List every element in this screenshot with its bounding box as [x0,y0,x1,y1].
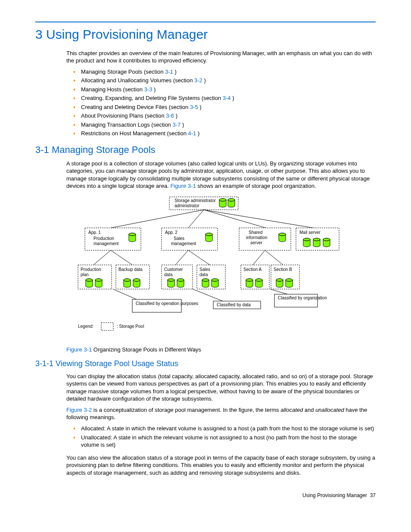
body-text: You can display the allocation status (t… [66,373,376,403]
svg-text:Backup data: Backup data [118,267,143,272]
toc-item: About Provisioning Plans (section 3-6 ) [81,112,376,120]
svg-text:Mail server: Mail server [299,230,321,235]
svg-line-24 [111,250,132,265]
svg-text:Section A: Section A [243,267,262,272]
svg-text:Classified by operation purpos: Classified by operation purposes [136,301,198,306]
svg-text:Section B: Section B [274,267,292,272]
svg-text:Production: Production [81,267,101,272]
svg-line-44 [113,289,137,299]
chapter-title: 3 Using Provisioning Manager [35,26,376,44]
svg-line-50 [270,289,287,294]
svg-text:Classified by data: Classified by data [217,302,251,307]
toc-item: Restrictions on Host Management (section… [81,130,376,137]
svg-text:information: information [246,235,267,240]
svg-line-5 [111,210,204,228]
svg-text:Sales: Sales [199,267,210,272]
xref-link[interactable]: 3-2 [194,77,202,84]
xref-link[interactable]: 3-6 [166,112,174,119]
svg-text:: Storage Pool: : Storage Pool [117,324,144,329]
xref-link[interactable]: 3-3 [144,86,153,93]
svg-line-23 [93,250,111,265]
svg-line-8 [204,210,313,228]
svg-line-25 [175,250,188,265]
svg-rect-54 [101,323,113,330]
toc-item: Managing Transaction Logs (section 3-7 ) [81,121,376,129]
section-3-1-heading: 3-1 Managing Storage Pools [35,143,376,156]
svg-text:App. 2: App. 2 [165,230,177,235]
svg-line-28 [265,250,283,265]
figure-3-1-caption: Figure 3-1 Organizing Storage Pools in D… [66,346,376,354]
toc-item: Managing Storage Pools (section 3-1 ) [81,68,376,76]
svg-text:App. 1: App. 1 [88,230,101,235]
figure-label: Figure 3-1 [66,346,92,353]
toc-item: Allocating and Unallocating Volumes (sec… [81,77,376,84]
section-3-1-body: A storage pool is a collection of storag… [66,160,376,190]
xref-link[interactable]: 3-1 [165,68,173,75]
xref-link[interactable]: Figure 3-1 [170,183,196,189]
svg-text:Production: Production [93,236,114,241]
list-item: Unallocated: A state in which the releva… [81,434,376,449]
xref-link[interactable]: 3-5 [190,104,198,110]
body-text: You can also view the allocation status … [66,454,376,477]
svg-text:plan: plan [81,272,89,277]
figure-3-1-diagram: Storage administrator administrator App.… [68,196,343,342]
xref-link[interactable]: 3-4 [223,95,231,101]
svg-line-7 [204,210,266,228]
xref-link[interactable]: 4-1 [188,130,196,137]
svg-text:Shared: Shared [249,230,262,235]
section-3-1-1-heading: 3-1-1 Viewing Storage Pool Usage Status [35,358,376,369]
xref-link[interactable]: 3-7 [172,121,181,128]
svg-text:data: data [199,272,208,277]
toc-item: Creating, Expanding, and Deleting File S… [81,94,376,102]
svg-text:Legend:: Legend: [78,324,93,329]
svg-text:server: server [250,240,262,245]
list-item: Allocated: A state in which the relevant… [81,425,376,432]
svg-text:Sales: Sales [174,236,184,241]
svg-text:management: management [171,241,196,246]
svg-text:Customer: Customer [164,267,183,272]
toc-item: Creating and Deleting Device Files (sect… [81,103,376,111]
page-number: 37 [370,492,376,498]
svg-text:data: data [164,272,173,277]
toc-item: Managing Hosts (section 3-3 ) [81,86,376,93]
svg-text:management: management [93,241,119,246]
body-text: Figure 3-2 is a conceptualization of sto… [66,406,376,421]
svg-text:Classified by organization: Classified by organization [278,296,327,300]
svg-text:administrator: administrator [174,203,199,208]
chapter-toc: Managing Storage Pools (section 3-1 ) Al… [66,68,376,137]
page-footer: Using Provisioning Manager 37 [35,492,376,499]
svg-text:Storage administrator: Storage administrator [174,198,216,203]
definition-list: Allocated: A state in which the relevant… [66,425,376,449]
svg-line-47 [193,289,223,301]
chapter-name: Using Provisioning Manager [46,27,208,41]
chapter-intro: This chapter provides an overview of the… [66,50,376,65]
chapter-number: 3 [35,27,43,41]
svg-line-27 [253,250,265,265]
svg-line-26 [188,250,210,265]
xref-link[interactable]: Figure 3-2 [66,407,92,413]
